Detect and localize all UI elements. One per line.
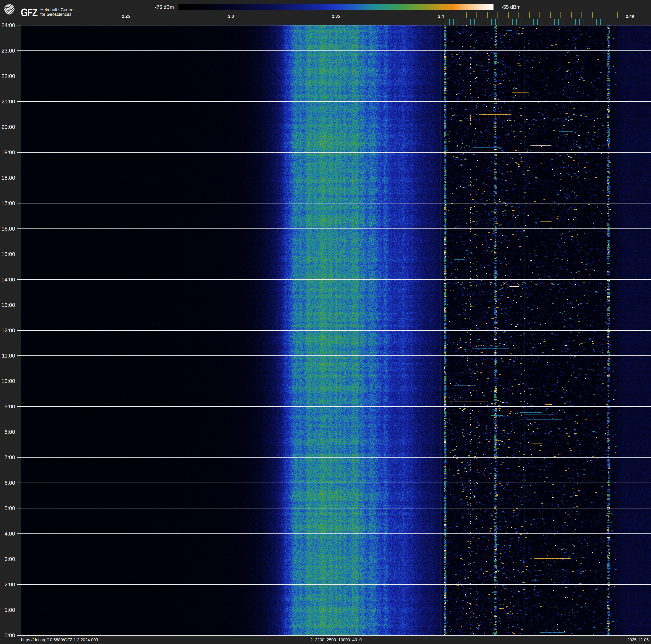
frequency-minor-tick — [315, 19, 315, 25]
time-label: 4:00 — [0, 530, 15, 537]
ble-channel-tick — [529, 19, 529, 25]
hour-gridline — [17, 381, 651, 381]
time-label: 19:00 — [0, 149, 15, 155]
time-label: 9:00 — [0, 403, 15, 410]
logo-institution-name: Helmholtz Centre for Geosciences — [40, 7, 73, 17]
time-label: 8:00 — [0, 429, 15, 435]
time-label: 14:00 — [0, 276, 15, 283]
hour-gridline — [17, 51, 651, 51]
ble-channel-tick — [508, 19, 508, 25]
frequency-minor-tick — [357, 19, 357, 25]
ble-channel-tick — [483, 19, 483, 25]
ble-channel-tick — [454, 19, 454, 25]
hour-gridline — [17, 559, 651, 559]
hour-gridline — [17, 203, 651, 203]
dataset-name-text: 2_2200_2500_10000_40_0 — [310, 638, 362, 642]
ble-channel-tick — [466, 19, 466, 25]
frequency-minor-tick — [189, 19, 189, 25]
ble-channel-tick — [491, 19, 492, 25]
gfz-logo: GFZ Helmholtz Centre for Geosciences — [4, 4, 134, 17]
ble-channel-tick — [588, 19, 588, 25]
time-label: 20:00 — [0, 124, 15, 130]
hour-gridline — [17, 127, 651, 127]
wifi-channel-tick — [476, 12, 477, 18]
wifi-channel-tick — [508, 12, 508, 18]
frequency-minor-tick — [231, 19, 231, 25]
ble-channel-tick — [495, 19, 496, 25]
frequency-label: 2.3 — [228, 14, 234, 19]
time-label: 3:00 — [0, 556, 15, 562]
time-label: 16:00 — [0, 225, 15, 232]
logo-acronym: GFZ — [21, 6, 37, 19]
hour-gridline — [17, 254, 651, 254]
hour-gridline — [17, 101, 651, 102]
time-label: 10:00 — [0, 378, 15, 384]
time-label: 17:00 — [0, 200, 15, 206]
time-label: 6:00 — [0, 480, 15, 486]
ble-channel-tick — [533, 19, 534, 25]
colorbar-max-label: -55 dBm — [501, 4, 521, 10]
ble-channel-tick — [470, 19, 471, 25]
frequency-minor-tick — [336, 19, 336, 25]
ble-channel-tick — [500, 19, 500, 25]
frequency-minor-tick — [21, 19, 21, 25]
wifi-channel-tick — [550, 12, 551, 18]
ble-channel-tick — [517, 19, 517, 25]
frequency-label: 2.35 — [332, 14, 340, 19]
ble-channel-tick — [525, 19, 525, 25]
time-label: 15:00 — [0, 251, 15, 257]
ble-channel-tick — [563, 19, 563, 25]
time-label: 18:00 — [0, 174, 15, 181]
wifi-channel-tick — [571, 12, 571, 18]
frequency-label: 2.4 — [438, 14, 444, 19]
frequency-minor-tick — [294, 19, 294, 25]
gfz-globe-icon — [4, 4, 14, 14]
time-label: 24:00 — [0, 22, 15, 29]
time-label: 22:00 — [0, 73, 15, 79]
ble-channel-tick — [592, 19, 592, 25]
hour-gridline — [17, 635, 651, 636]
wifi-channel-tick — [592, 12, 593, 18]
wifi-channel-tick — [529, 12, 530, 18]
frequency-minor-tick — [252, 19, 252, 25]
hour-gridline — [17, 533, 651, 534]
wifi-channel-tick — [539, 12, 540, 18]
ble-channel-tick — [571, 19, 571, 25]
time-label: 0:00 — [0, 632, 15, 639]
time-label: 21:00 — [0, 98, 15, 105]
hour-gridline — [17, 482, 651, 483]
time-label: 5:00 — [0, 505, 15, 511]
time-label: 1:00 — [0, 607, 15, 613]
frequency-label: 2.25 — [122, 14, 130, 19]
hour-gridline — [17, 178, 651, 178]
ble-channel-tick — [579, 19, 580, 25]
ble-channel-tick — [449, 19, 450, 25]
ble-channel-tick — [546, 19, 546, 25]
ble-channel-tick — [504, 19, 504, 25]
frequency-minor-tick — [126, 19, 126, 25]
time-label: 13:00 — [0, 302, 15, 308]
hour-gridline — [17, 305, 651, 305]
ble-channel-tick — [445, 19, 445, 25]
frequency-minor-tick — [399, 19, 399, 25]
ble-channel-tick — [521, 19, 521, 25]
hour-gridline — [17, 279, 651, 280]
wifi-channel-tick — [519, 12, 519, 18]
frequency-minor-tick — [147, 19, 147, 25]
frequency-label: 2.49 — [626, 14, 634, 19]
frequency-minor-tick — [420, 19, 420, 25]
logo-name-line2: for Geosciences — [40, 12, 73, 17]
hour-gridline — [17, 25, 651, 25]
hour-gridline — [17, 152, 651, 153]
ble-channel-tick — [478, 19, 479, 25]
ble-channel-tick — [512, 19, 513, 25]
ble-channel-tick — [604, 19, 605, 25]
hour-gridline — [17, 432, 651, 432]
frequency-minor-tick — [630, 19, 630, 25]
time-label: 7:00 — [0, 454, 15, 461]
doi-text: https://doi.org/10.5880/GFZ.1.2.2024.003 — [21, 638, 98, 642]
ble-channel-tick — [554, 19, 555, 25]
ble-channel-tick — [537, 19, 538, 25]
ble-channel-tick — [458, 19, 458, 25]
hour-gridline — [17, 610, 651, 610]
